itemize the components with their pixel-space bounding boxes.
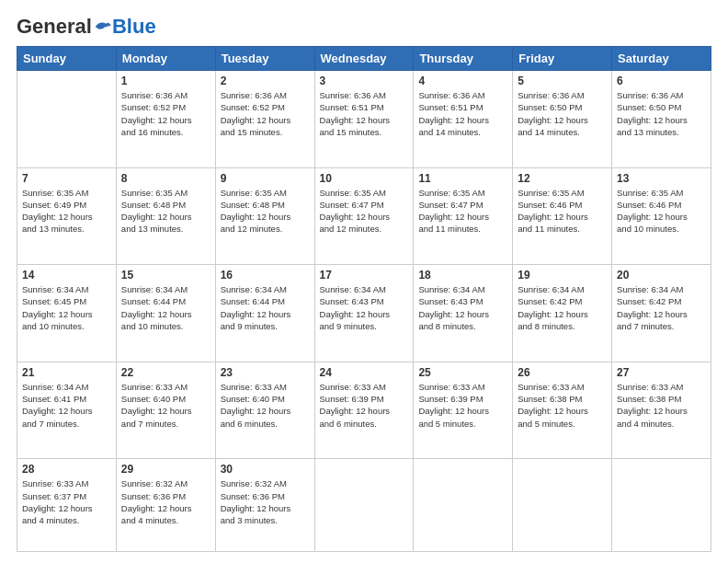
calendar-cell: 18Sunrise: 6:34 AMSunset: 6:43 PMDayligh… bbox=[414, 265, 513, 362]
day-info: Sunrise: 6:33 AMSunset: 6:39 PMDaylight:… bbox=[418, 381, 507, 430]
day-number: 8 bbox=[121, 172, 210, 185]
calendar-cell: 24Sunrise: 6:33 AMSunset: 6:39 PMDayligh… bbox=[314, 362, 414, 459]
day-info: Sunrise: 6:33 AMSunset: 6:40 PMDaylight:… bbox=[121, 381, 210, 430]
calendar-cell bbox=[314, 459, 414, 552]
day-info: Sunrise: 6:35 AMSunset: 6:47 PMDaylight:… bbox=[418, 187, 507, 236]
weekday-header: Monday bbox=[116, 47, 215, 71]
weekday-header: Thursday bbox=[414, 47, 513, 71]
calendar-row: 21Sunrise: 6:34 AMSunset: 6:41 PMDayligh… bbox=[17, 362, 711, 459]
day-number: 22 bbox=[121, 366, 210, 379]
calendar-cell: 29Sunrise: 6:32 AMSunset: 6:36 PMDayligh… bbox=[116, 459, 215, 552]
calendar-cell: 28Sunrise: 6:33 AMSunset: 6:37 PMDayligh… bbox=[17, 459, 117, 552]
day-info: Sunrise: 6:34 AMSunset: 6:43 PMDaylight:… bbox=[320, 283, 409, 332]
day-info: Sunrise: 6:32 AMSunset: 6:36 PMDaylight:… bbox=[221, 477, 310, 526]
weekday-header: Friday bbox=[513, 47, 612, 71]
day-info: Sunrise: 6:34 AMSunset: 6:42 PMDaylight:… bbox=[617, 283, 706, 332]
day-number: 27 bbox=[617, 366, 706, 379]
calendar-cell: 5Sunrise: 6:36 AMSunset: 6:50 PMDaylight… bbox=[513, 71, 612, 168]
day-info: Sunrise: 6:36 AMSunset: 6:51 PMDaylight:… bbox=[320, 89, 409, 138]
calendar-cell: 17Sunrise: 6:34 AMSunset: 6:43 PMDayligh… bbox=[314, 265, 414, 362]
calendar-cell: 19Sunrise: 6:34 AMSunset: 6:42 PMDayligh… bbox=[513, 265, 612, 362]
day-number: 1 bbox=[121, 75, 210, 87]
day-info: Sunrise: 6:35 AMSunset: 6:48 PMDaylight:… bbox=[121, 187, 210, 236]
day-number: 5 bbox=[518, 75, 607, 87]
weekday-header: Sunday bbox=[17, 47, 117, 71]
logo-blue: Blue bbox=[112, 17, 156, 37]
day-number: 6 bbox=[617, 75, 706, 87]
day-info: Sunrise: 6:35 AMSunset: 6:46 PMDaylight:… bbox=[617, 187, 706, 236]
calendar-cell: 15Sunrise: 6:34 AMSunset: 6:44 PMDayligh… bbox=[116, 265, 215, 362]
day-info: Sunrise: 6:34 AMSunset: 6:41 PMDaylight:… bbox=[22, 381, 111, 430]
calendar-cell: 14Sunrise: 6:34 AMSunset: 6:45 PMDayligh… bbox=[17, 265, 117, 362]
calendar-cell: 8Sunrise: 6:35 AMSunset: 6:48 PMDaylight… bbox=[116, 167, 215, 265]
day-info: Sunrise: 6:33 AMSunset: 6:38 PMDaylight:… bbox=[617, 381, 706, 430]
calendar: SundayMondayTuesdayWednesdayThursdayFrid… bbox=[17, 46, 711, 552]
day-number: 26 bbox=[518, 366, 607, 379]
calendar-cell: 30Sunrise: 6:32 AMSunset: 6:36 PMDayligh… bbox=[215, 459, 314, 552]
calendar-cell: 21Sunrise: 6:34 AMSunset: 6:41 PMDayligh… bbox=[17, 362, 117, 459]
day-number: 16 bbox=[221, 269, 310, 282]
day-number: 20 bbox=[617, 269, 706, 282]
calendar-cell: 27Sunrise: 6:33 AMSunset: 6:38 PMDayligh… bbox=[612, 362, 711, 459]
calendar-cell: 11Sunrise: 6:35 AMSunset: 6:47 PMDayligh… bbox=[414, 167, 513, 265]
day-number: 15 bbox=[121, 269, 210, 282]
day-number: 2 bbox=[221, 75, 310, 87]
day-number: 24 bbox=[320, 366, 409, 379]
calendar-row: 14Sunrise: 6:34 AMSunset: 6:45 PMDayligh… bbox=[17, 265, 711, 362]
day-number: 28 bbox=[22, 463, 111, 476]
calendar-cell: 10Sunrise: 6:35 AMSunset: 6:47 PMDayligh… bbox=[314, 167, 414, 265]
calendar-cell: 20Sunrise: 6:34 AMSunset: 6:42 PMDayligh… bbox=[612, 265, 711, 362]
calendar-cell bbox=[612, 459, 711, 552]
logo-bird-icon bbox=[94, 18, 112, 35]
day-info: Sunrise: 6:34 AMSunset: 6:45 PMDaylight:… bbox=[22, 283, 111, 332]
weekday-header: Tuesday bbox=[215, 47, 314, 71]
day-number: 29 bbox=[121, 463, 210, 476]
logo: General Blue bbox=[17, 17, 156, 37]
day-number: 25 bbox=[418, 366, 507, 379]
calendar-cell: 16Sunrise: 6:34 AMSunset: 6:44 PMDayligh… bbox=[215, 265, 314, 362]
day-number: 12 bbox=[518, 172, 607, 185]
logo-text: General Blue bbox=[17, 17, 156, 37]
day-info: Sunrise: 6:36 AMSunset: 6:50 PMDaylight:… bbox=[518, 89, 607, 138]
day-info: Sunrise: 6:34 AMSunset: 6:44 PMDaylight:… bbox=[221, 283, 310, 332]
calendar-header-row: SundayMondayTuesdayWednesdayThursdayFrid… bbox=[17, 47, 711, 71]
day-number: 14 bbox=[22, 269, 111, 282]
calendar-cell: 4Sunrise: 6:36 AMSunset: 6:51 PMDaylight… bbox=[414, 71, 513, 168]
day-info: Sunrise: 6:34 AMSunset: 6:44 PMDaylight:… bbox=[121, 283, 210, 332]
page: General Blue SundayMondayTuesdayWednesda… bbox=[0, 0, 728, 563]
calendar-cell bbox=[414, 459, 513, 552]
calendar-row: 7Sunrise: 6:35 AMSunset: 6:49 PMDaylight… bbox=[17, 167, 711, 265]
day-info: Sunrise: 6:35 AMSunset: 6:47 PMDaylight:… bbox=[320, 187, 409, 236]
calendar-cell: 13Sunrise: 6:35 AMSunset: 6:46 PMDayligh… bbox=[612, 167, 711, 265]
day-info: Sunrise: 6:35 AMSunset: 6:49 PMDaylight:… bbox=[22, 187, 111, 236]
day-info: Sunrise: 6:36 AMSunset: 6:52 PMDaylight:… bbox=[221, 89, 310, 138]
day-info: Sunrise: 6:33 AMSunset: 6:38 PMDaylight:… bbox=[518, 381, 607, 430]
day-info: Sunrise: 6:32 AMSunset: 6:36 PMDaylight:… bbox=[121, 477, 210, 526]
day-number: 10 bbox=[320, 172, 409, 185]
header: General Blue bbox=[17, 17, 711, 37]
day-number: 7 bbox=[22, 172, 111, 185]
calendar-cell: 3Sunrise: 6:36 AMSunset: 6:51 PMDaylight… bbox=[314, 71, 414, 168]
day-info: Sunrise: 6:34 AMSunset: 6:42 PMDaylight:… bbox=[518, 283, 607, 332]
calendar-cell: 26Sunrise: 6:33 AMSunset: 6:38 PMDayligh… bbox=[513, 362, 612, 459]
calendar-cell: 1Sunrise: 6:36 AMSunset: 6:52 PMDaylight… bbox=[116, 71, 215, 168]
day-number: 17 bbox=[320, 269, 409, 282]
day-number: 13 bbox=[617, 172, 706, 185]
day-info: Sunrise: 6:36 AMSunset: 6:51 PMDaylight:… bbox=[418, 89, 507, 138]
day-info: Sunrise: 6:33 AMSunset: 6:39 PMDaylight:… bbox=[320, 381, 409, 430]
calendar-cell: 7Sunrise: 6:35 AMSunset: 6:49 PMDaylight… bbox=[17, 167, 117, 265]
day-info: Sunrise: 6:36 AMSunset: 6:50 PMDaylight:… bbox=[617, 89, 706, 138]
calendar-cell: 2Sunrise: 6:36 AMSunset: 6:52 PMDaylight… bbox=[215, 71, 314, 168]
day-info: Sunrise: 6:33 AMSunset: 6:40 PMDaylight:… bbox=[221, 381, 310, 430]
day-number: 4 bbox=[418, 75, 507, 87]
day-number: 21 bbox=[22, 366, 111, 379]
logo-general: General bbox=[17, 17, 92, 37]
day-info: Sunrise: 6:33 AMSunset: 6:37 PMDaylight:… bbox=[22, 477, 111, 526]
day-info: Sunrise: 6:35 AMSunset: 6:46 PMDaylight:… bbox=[518, 187, 607, 236]
calendar-row: 28Sunrise: 6:33 AMSunset: 6:37 PMDayligh… bbox=[17, 459, 711, 552]
weekday-header: Wednesday bbox=[314, 47, 414, 71]
day-number: 23 bbox=[221, 366, 310, 379]
day-number: 11 bbox=[418, 172, 507, 185]
calendar-row: 1Sunrise: 6:36 AMSunset: 6:52 PMDaylight… bbox=[17, 71, 711, 168]
calendar-cell bbox=[513, 459, 612, 552]
